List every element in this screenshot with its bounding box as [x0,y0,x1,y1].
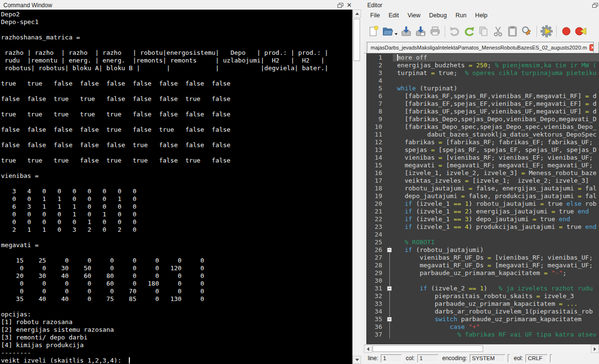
code-line[interactable]: 29 parbaude_uz_primaram_kapacitatem = "-… [366,269,599,277]
close-icon[interactable]: ✕ [347,2,352,8]
line-number: 1 [366,54,387,62]
code-line[interactable]: 19 depo_jautajumi = false, produkcijas_j… [366,192,599,200]
code-line[interactable]: 36 case "+" [366,323,599,331]
scroll-right-button[interactable] [591,345,599,353]
menu-edit[interactable]: Edit [384,11,403,20]
code-line[interactable]: 15 megavati = [megavati_RF; megavati_EF;… [366,162,599,169]
toggle-breakpoint-icon[interactable] [560,24,573,38]
code-line[interactable]: 16 [izvele_1, izvele_2, izvele_3] = Mene… [366,169,599,177]
code-line[interactable]: 17 veiktas_izveles = [izvele_1; izvele_2… [366,177,599,185]
terminal-line: 0 0 1 1 0 0 0 1 0 [1,195,352,203]
code-line[interactable]: 5while (turpinat) [366,85,599,92]
code-line[interactable]: 4 [366,77,599,85]
code-line[interactable]: 20 if (izvele_1 == 1) robotu_jautajumi =… [366,200,599,208]
code-line[interactable]: 23 if (izvele_1 == 4) produkcijas_jautaj… [366,223,599,231]
code-line[interactable]: 33 parbaude_uz_primaram_kapacitatem = ..… [366,300,599,308]
code-line[interactable]: 13 spejas = [spejas_RF, spejas_EF, speja… [366,146,599,154]
redo-icon[interactable] [462,24,476,38]
fold-marker-icon[interactable]: − [387,248,392,252]
run-settings-icon[interactable] [540,24,553,38]
scroll-left-button[interactable] [364,345,372,353]
paste-icon[interactable] [506,24,519,38]
menu-help[interactable]: Help [471,11,492,20]
scrollbar-thumb[interactable] [373,345,483,352]
code-line[interactable]: 7 [fabrikas_EF,spejas_EF,vienibas_EF,meg… [366,100,599,108]
fold-margin [387,108,393,115]
encoding-value: SYSTEM [470,354,505,363]
code-text: if (robotu_jautajumi) [393,246,599,254]
code-line[interactable]: 3turpinat = true; % operes cikla turpina… [366,69,599,77]
cut-icon[interactable] [491,24,505,38]
terminal-line: megavati = [1,241,352,249]
code-line[interactable]: 1more off [366,54,599,62]
code-line[interactable]: 30 [366,277,599,285]
command-window-vscrollbar[interactable] [352,10,361,364]
new-script-icon[interactable] [367,24,380,38]
scroll-down-button[interactable] [353,356,361,364]
tab-filename: majasDarbs_jevadsMaksligaIntelektaPamato… [371,45,587,50]
eol-label: eol: [514,355,523,362]
editor-hscrollbar[interactable] [364,344,599,352]
line-label: line: [368,355,378,362]
terminal-line: 0 0 0 0 60 0 180 0 0 [1,280,352,288]
line-number: 28 [366,262,387,269]
menu-run[interactable]: Run [451,11,471,20]
code-line[interactable]: 22 if (izvele_1 == 3) depo_jautajumi = t… [366,215,599,223]
terminal-line [1,103,352,111]
code-line[interactable]: 8 [fabrikas_UF,spejas_UF,vienibas_UF,meg… [366,108,599,115]
menu-file[interactable]: File [366,11,384,20]
code-line[interactable]: 11 dabut_bazes_stavoklja_datus_vektorus_… [366,131,599,138]
code-line[interactable]: 24 [366,231,599,238]
code-text: parbaude_uz_primaram_kapacitatem = ... [393,300,599,308]
print-icon[interactable] [428,24,442,38]
code-text: if (izvele_1 == 3) depo_jautajumi = true… [393,215,599,223]
code-line[interactable]: 25 % ROBOTI [366,238,599,246]
code-text: % ROBOTI [393,238,599,246]
fold-margin: − [387,246,393,254]
editor-tab[interactable]: majasDarbs_jevadsMaksligaIntelektaPamato… [367,42,594,53]
code-line[interactable]: 2energijas_budzhets = 250; % pienjemsim,… [366,62,599,69]
copy-icon[interactable] [477,24,490,38]
code-line[interactable]: 34 darbs_ar_robotu_izvelem_1(pieprasitai… [366,308,599,315]
line-number: 24 [366,231,387,238]
code-line[interactable]: 21 if (izvele_1 == 2) energijas_jautajum… [366,208,599,215]
code-editor[interactable]: 1more off2energijas_budzhets = 250; % pi… [364,53,599,344]
code-line[interactable]: 27 vienibas_RF_UF_Ds = [vienibas_RF; vie… [366,254,599,262]
code-text: pieprasitais_robotu_skaits = izvele_3 [393,292,599,300]
code-line[interactable]: 18 robotu_jautajumi = false, energijas_j… [366,185,599,192]
code-line[interactable]: 37 % fabrikas RF vai UF tipa katra atsev [366,331,599,339]
code-text: [fabrikas_EF,spejas_EF,vienibas_EF,megav… [393,100,599,108]
panel-divider[interactable] [361,0,364,364]
tab-close-button[interactable]: ✕ [589,44,594,51]
scroll-up-button[interactable] [353,10,361,18]
undock-icon[interactable] [337,3,343,8]
save-icon[interactable] [399,24,413,38]
code-line[interactable]: 28 megavati_RF_UF_Ds = [megavati_RF; meg… [366,262,599,269]
find-replace-icon[interactable] [520,24,534,38]
fold-margin [387,269,393,277]
undo-icon[interactable] [448,24,462,38]
save-as-icon[interactable] [414,24,427,38]
fold-marker-icon[interactable]: − [387,317,392,322]
open-dropdown-icon[interactable] [395,33,398,35]
terminal-output[interactable]: Depo2Depo-spec1razhoshanas_matrica = raz… [0,10,352,364]
code-text: [izvele_1, izvele_2, izvele_3] = Meness_… [393,169,599,177]
next-breakpoint-icon[interactable] [574,24,587,38]
code-line[interactable]: 9 [fabrikas_Depo,spejas_Depo,vienibas_De… [366,115,599,123]
fold-marker-icon[interactable]: − [387,286,392,291]
undock-icon[interactable] [592,3,598,8]
menu-debug[interactable]: Debug [425,11,451,20]
scrollbar-thumb[interactable] [353,19,360,61]
open-file-icon[interactable] [381,24,395,38]
menu-view[interactable]: View [403,11,425,20]
code-line[interactable]: 31− if (izvele_2 == 1) % ja izvelets raz… [366,285,599,292]
code-line[interactable]: 32 pieprasitais_robotu_skaits = izvele_3 [366,292,599,300]
toolbar-separator [445,25,445,37]
code-line[interactable]: 10 [fabrikas_Depo_spec,spejas_Depo_spec,… [366,123,599,131]
code-line[interactable]: 6 [fabrikas_RF,spejas_RF,vienibas_RF,meg… [366,92,599,100]
code-line[interactable]: 14 vienibas = [vienibas_RF; vienibas_EF;… [366,154,599,162]
terminal-line: robotus| robotus| bloku A| bloku B | | |… [1,64,352,72]
code-line[interactable]: 35− switch parbaude_uz_primaram_kapacita… [366,315,599,323]
code-line[interactable]: 26− if (robotu_jautajumi) [366,246,599,254]
code-line[interactable]: 12 fabrikas = [fabrikas_RF; fabrikas_EF;… [366,138,599,146]
